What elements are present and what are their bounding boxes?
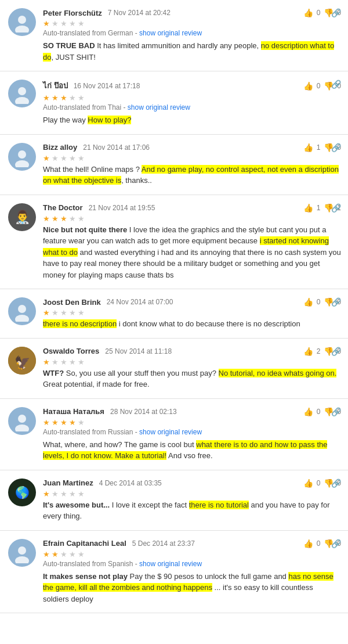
review-content: Joost Den Brink 24 Nov 2014 at 07:00 👍 0… <box>43 297 341 330</box>
review-date: 5 Dec 2014 at 23:37 <box>132 539 195 548</box>
review-header: Oswaldo Torres 25 Nov 2014 at 11:18 👍 2 … <box>43 347 341 356</box>
thumbs-up-icon: 👍 <box>303 478 313 488</box>
reviews-container: Peter Florschütz 7 Nov 2014 at 20:42 👍 0… <box>0 0 348 613</box>
reviewer-name: Juan Martinez <box>43 478 93 487</box>
star-filled: ★ <box>69 418 77 426</box>
review-date: 7 Nov 2014 at 20:42 <box>108 9 171 17</box>
avatar <box>8 297 36 325</box>
svg-point-6 <box>18 305 26 313</box>
review-item: Joost Den Brink 24 Nov 2014 at 07:00 👍 0… <box>0 289 348 339</box>
star-filled: ★ <box>43 550 51 558</box>
review-content: Bizz alloy 21 Nov 2014 at 17:06 👍 1 👎 0 … <box>43 143 341 186</box>
star-empty: ★ <box>78 214 86 222</box>
avatar: 👨‍⚕️ <box>8 203 36 231</box>
review-date: 24 Nov 2014 at 07:00 <box>107 298 173 306</box>
review-item: 🌎 Juan Martinez 4 Dec 2014 at 03:35 👍 0 … <box>0 470 348 531</box>
review-item: Peter Florschütz 7 Nov 2014 at 20:42 👍 0… <box>0 0 348 71</box>
review-text: Play the way How to play? <box>43 114 341 126</box>
star-rating: ★★★★★ <box>43 154 341 162</box>
permalink-icon[interactable]: 🔗 <box>331 347 341 356</box>
permalink-icon[interactable]: 🔗 <box>331 407 341 416</box>
review-text: It makes sense not play Pay the $ 90 pes… <box>43 571 341 605</box>
star-empty: ★ <box>52 154 60 162</box>
star-filled: ★ <box>52 550 60 558</box>
star-empty: ★ <box>69 308 77 316</box>
svg-point-11 <box>15 424 29 431</box>
permalink-icon[interactable]: 🔗 <box>331 80 341 89</box>
normal-text: And vso free. <box>166 451 213 460</box>
svg-point-12 <box>18 546 26 555</box>
normal-text: Pay the $ 90 pesos to unlock the full ga… <box>128 572 289 581</box>
star-filled: ★ <box>60 93 68 102</box>
bold-text: It makes sense not play <box>43 572 128 581</box>
svg-point-4 <box>18 150 26 159</box>
review-content: The Doctor 21 Nov 2014 at 19:55 👍 1 👎 1 … <box>43 203 341 281</box>
svg-point-0 <box>18 16 26 24</box>
show-original-link[interactable]: show original review <box>139 560 202 568</box>
svg-point-13 <box>15 556 29 563</box>
svg-point-10 <box>18 415 26 423</box>
thumbs-up-icon: 👍 <box>303 347 313 356</box>
normal-text: , JUST SHIT! <box>51 53 95 62</box>
bold-text: Nice but not quite there <box>43 225 127 234</box>
review-item: Bizz alloy 21 Nov 2014 at 17:06 👍 1 👎 0 … <box>0 135 348 195</box>
review-text: Nice but not quite there I love the idea… <box>43 224 341 281</box>
highlighted-text: How to play? <box>88 116 131 124</box>
review-header: Efrain Capitanachi Leal 5 Dec 2014 at 23… <box>43 539 341 548</box>
thumbs-up-count: 0 <box>317 9 321 17</box>
star-empty: ★ <box>60 19 68 27</box>
review-text: there is no description i dont know what… <box>43 318 341 330</box>
star-rating: ★★★★★ <box>43 214 341 222</box>
permalink-icon[interactable]: 🔗 <box>331 8 341 17</box>
bold-text: It's awesome but... <box>43 501 110 509</box>
star-empty: ★ <box>52 490 60 498</box>
star-filled: ★ <box>60 418 68 426</box>
star-empty: ★ <box>69 154 77 162</box>
star-empty: ★ <box>78 308 86 316</box>
review-date: 16 Nov 2014 at 17:18 <box>74 82 140 90</box>
star-empty: ★ <box>69 490 77 498</box>
normal-text: Great potential, if made for free. <box>43 380 150 388</box>
star-empty: ★ <box>78 154 86 162</box>
star-filled: ★ <box>52 418 60 426</box>
permalink-icon[interactable]: 🔗 <box>331 539 341 548</box>
svg-point-1 <box>15 26 29 33</box>
star-filled: ★ <box>43 490 51 498</box>
star-empty: ★ <box>69 358 77 366</box>
svg-point-3 <box>15 97 29 104</box>
star-filled: ★ <box>43 308 51 316</box>
star-empty: ★ <box>78 490 86 498</box>
normal-text: I love it except the fact <box>110 501 189 509</box>
thumbs-up-count: 0 <box>317 539 321 548</box>
show-original-link[interactable]: show original review <box>139 29 202 37</box>
review-header: Joost Den Brink 24 Nov 2014 at 07:00 👍 0… <box>43 297 341 307</box>
show-original-link[interactable]: show original review <box>139 428 202 436</box>
review-item: ไก่ ป๊อป 16 Nov 2014 at 17:18 👍 0 👎 0 ★★… <box>0 71 348 135</box>
reviewer-name: Наташа Наталья <box>43 407 104 416</box>
translation-note: Auto-translated from Russian - show orig… <box>43 428 341 436</box>
star-rating: ★★★★★ <box>43 550 341 558</box>
normal-text: and wasted everything i had and its anno… <box>43 248 341 279</box>
review-text: What the hell! Online maps ? And no game… <box>43 164 341 186</box>
review-content: Oswaldo Torres 25 Nov 2014 at 11:18 👍 2 … <box>43 347 341 390</box>
permalink-icon[interactable]: 🔗 <box>331 143 341 152</box>
show-original-link[interactable]: show original review <box>128 103 190 111</box>
thumbs-up-icon: 👍 <box>303 539 313 548</box>
review-content: Juan Martinez 4 Dec 2014 at 03:35 👍 0 👎 … <box>43 478 341 522</box>
permalink-icon[interactable]: 🔗 <box>331 203 341 213</box>
avatar <box>8 143 36 171</box>
thumbs-up-count: 2 <box>317 347 321 355</box>
bold-text: WTF? <box>43 369 64 377</box>
permalink-icon[interactable]: 🔗 <box>331 478 341 488</box>
star-filled: ★ <box>52 214 60 222</box>
star-empty: ★ <box>52 308 60 316</box>
svg-point-7 <box>15 315 29 322</box>
normal-text: Play the way <box>43 116 88 124</box>
star-empty: ★ <box>60 490 68 498</box>
thumbs-up-icon: 👍 <box>303 81 313 91</box>
translation-note: Auto-translated from Thai - show origina… <box>43 103 341 111</box>
star-empty: ★ <box>60 154 68 162</box>
permalink-icon[interactable]: 🔗 <box>331 297 341 307</box>
review-item: 👨‍⚕️ The Doctor 21 Nov 2014 at 19:55 👍 1… <box>0 195 348 290</box>
avatar <box>8 80 36 107</box>
